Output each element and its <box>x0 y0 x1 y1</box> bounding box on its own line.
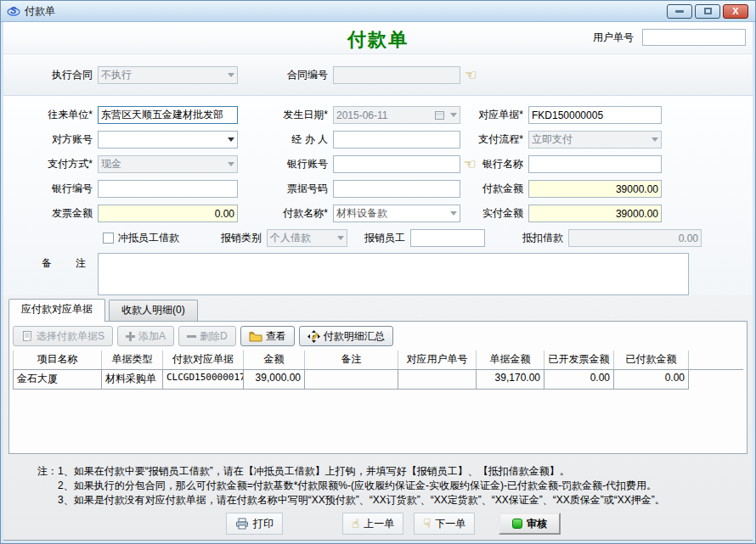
offset-employee-loan-checkbox[interactable] <box>103 233 114 244</box>
col-project[interactable]: 项目名称 <box>13 351 102 369</box>
cell-user-no <box>398 370 477 390</box>
delete-button[interactable]: 删除D <box>178 326 236 346</box>
form-area: 往来单位* 发生日期* 2015-06-11 对应单据* 对方账号 经 办 人 … <box>3 96 753 295</box>
summary-arrows-icon <box>307 330 320 343</box>
print-button[interactable]: 打印 <box>226 513 283 535</box>
window-title: 付款单 <box>25 4 55 19</box>
exec-contract-value: 不执行 <box>101 68 132 82</box>
cell-doc-amount: 39,170.00 <box>477 370 544 390</box>
cell-amount: 39,000.00 <box>244 370 305 390</box>
app-logo-icon: S <box>6 4 20 19</box>
hand-up-icon: ☝ <box>352 518 359 530</box>
pay-name-combo[interactable]: 材料设备款 <box>333 205 460 222</box>
bank-account-input[interactable] <box>333 155 460 173</box>
cell-remark <box>305 370 398 390</box>
col-invoiced[interactable]: 已开发票金额 <box>544 351 614 369</box>
pay-name-label: 付款名称* <box>238 206 333 221</box>
bank-code-input[interactable] <box>98 180 238 198</box>
payment-order-window: S 付款单 X 付款单 用户单号 执行合同 不执行 合同编号 ☜ <box>0 0 756 544</box>
prev-doc-button[interactable]: ☝ 上一单 <box>342 513 403 535</box>
select-bank-hand-icon[interactable]: ☜ <box>463 157 476 171</box>
col-paid[interactable]: 已付款金额 <box>614 351 689 369</box>
pay-flow-value: 立即支付 <box>532 132 573 147</box>
select-payment-doc-button[interactable]: 选择付款单据S <box>13 326 113 346</box>
contract-no-input[interactable] <box>333 66 460 84</box>
tab-payee-detail[interactable]: 收款人明细(0) <box>109 300 198 321</box>
other-account-label: 对方账号 <box>3 132 98 147</box>
other-account-combo[interactable] <box>98 131 238 149</box>
restore-button[interactable] <box>695 4 720 19</box>
invoice-amount-field: 0.00 <box>98 205 238 222</box>
reimburse-employee-input[interactable] <box>410 229 485 247</box>
col-user-no[interactable]: 对应用户单号 <box>398 351 477 369</box>
user-no-label: 用户单号 <box>593 31 639 45</box>
handler-label: 经 办 人 <box>238 132 333 147</box>
pay-method-combo[interactable]: 现金 <box>98 155 238 173</box>
exec-contract-label: 执行合同 <box>3 68 98 82</box>
cell-doc-no: CLCGD150000017 <box>163 370 244 390</box>
chevron-down-icon <box>228 137 234 142</box>
pay-amount-label: 付款金额 <box>479 182 528 196</box>
lower-section: 应付款对应单据 收款人明细(0) 选择付款单据S 添加A 删除D <box>3 295 753 540</box>
chevron-down-icon <box>228 162 234 166</box>
chevron-down-icon <box>450 113 457 117</box>
bank-name-label: 银行名称 <box>479 157 528 171</box>
next-doc-button[interactable]: ☟ 下一单 <box>414 513 475 535</box>
notes-block: 注：1、如果在付款中要“报销员工借款”，请在【冲抵员工借款】上打钩，并填写好【报… <box>8 454 748 508</box>
svg-text:S: S <box>10 5 17 15</box>
col-remark[interactable]: 备注 <box>305 351 398 369</box>
bank-name-input[interactable] <box>528 155 662 173</box>
add-button[interactable]: 添加A <box>117 326 174 346</box>
minimize-button[interactable] <box>667 4 692 19</box>
offset-employee-loan-label: 冲抵员工借款 <box>118 231 179 245</box>
note-line-1: 注：1、如果在付款中要“报销员工借款”，请在【冲抵员工借款】上打钩，并填写好【报… <box>37 464 748 479</box>
chevron-down-icon <box>450 211 457 216</box>
col-doc-type[interactable]: 单据类型 <box>102 351 163 369</box>
actual-amount-field: 39000.00 <box>528 205 662 222</box>
minus-icon <box>187 332 196 341</box>
memo-label: 备 注 <box>3 253 98 295</box>
bank-code-label: 银行编号 <box>3 182 98 196</box>
audit-button[interactable]: 审核 <box>499 513 561 535</box>
contract-band: 执行合同 不执行 合同编号 ☜ <box>3 53 753 96</box>
pay-flow-combo[interactable]: 立即支付 <box>528 131 662 149</box>
view-button[interactable]: 查看 <box>240 326 295 346</box>
reimburse-type-label: 报销类别 <box>203 231 267 245</box>
title-bar: S 付款单 X <box>1 1 755 22</box>
user-no-input[interactable] <box>642 29 746 46</box>
note-line-3: 3、如果是付款没有对应付款单据，请在付款名称中写明“XX预付款”、“XX订货款”… <box>37 493 748 508</box>
printer-icon <box>235 518 249 530</box>
col-doc-amount[interactable]: 单据金额 <box>477 351 544 369</box>
cell-doc-type: 材料采购单 <box>102 370 163 390</box>
ref-doc-input[interactable] <box>528 106 662 124</box>
docs-table: 项目名称 单据类型 付款对应单据 金额 备注 对应用户单号 单据金额 已开发票金… <box>13 351 743 390</box>
date-value: 2015-06-11 <box>336 109 388 121</box>
cell-paid: 0.00 <box>614 370 689 390</box>
pay-name-value: 材料设备款 <box>336 206 387 221</box>
contract-no-label: 合同编号 <box>238 68 333 82</box>
tab-payable-docs[interactable]: 应付款对应单据 <box>8 299 105 322</box>
counterparty-input[interactable] <box>98 106 238 124</box>
calendar-icon <box>435 111 444 120</box>
deduct-loan-label: 抵扣借款 <box>485 231 568 245</box>
hand-down-icon: ☟ <box>423 518 431 530</box>
chevron-down-icon <box>337 236 344 240</box>
memo-textarea[interactable] <box>98 253 689 295</box>
payment-detail-summary-button[interactable]: 付款明细汇总 <box>299 326 393 346</box>
tab-strip: 应付款对应单据 收款人明细(0) <box>8 300 748 321</box>
reimburse-type-combo[interactable]: 个人借款 <box>267 229 347 247</box>
col-amount[interactable]: 金额 <box>244 351 305 369</box>
bill-no-input[interactable] <box>333 180 460 198</box>
select-contract-hand-icon[interactable]: ☜ <box>464 68 477 82</box>
col-doc-no[interactable]: 付款对应单据 <box>163 351 244 369</box>
exec-contract-combo[interactable]: 不执行 <box>98 66 238 84</box>
date-label: 发生日期* <box>238 108 333 122</box>
pay-method-label: 支付方式* <box>3 157 98 171</box>
cell-project: 金石大厦 <box>13 370 102 390</box>
date-picker[interactable]: 2015-06-11 <box>333 106 460 124</box>
counterparty-label: 往来单位* <box>3 108 98 122</box>
close-button[interactable]: X <box>723 4 748 19</box>
table-row[interactable]: 金石大厦 材料采购单 CLCGD150000017 39,000.00 39,1… <box>13 370 743 390</box>
handler-input[interactable] <box>333 131 460 149</box>
note-line-2: 2、如果执行的分包合同，那么可付款金额=付款基数*付款限额%-(应收履约保证金-… <box>37 479 748 493</box>
